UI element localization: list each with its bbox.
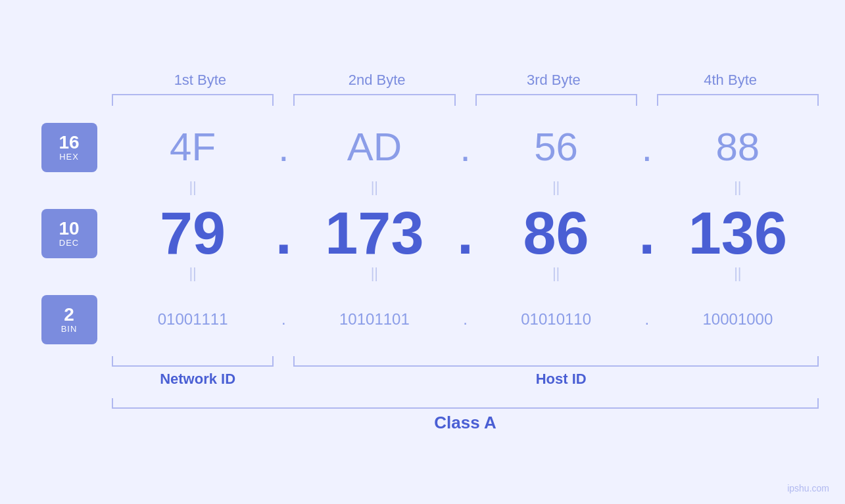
equals-hex-dec-1: || (112, 180, 274, 195)
dec-base-number: 10 (59, 219, 79, 238)
bin-byte2: 10101101 (293, 311, 455, 327)
bin-dot1: . (274, 310, 293, 329)
byte1-top-bracket (112, 94, 274, 106)
dec-byte4: 136 (657, 204, 819, 263)
hex-byte4: 88 (657, 127, 819, 167)
host-id-bracket-mid2 (475, 356, 637, 367)
equals-dec-bin-1: || (112, 266, 274, 281)
bin-byte1: 01001111 (112, 311, 274, 327)
byte3-header: 3rd Byte (466, 72, 642, 94)
dec-base-label: DEC (59, 238, 79, 248)
dec-dot1: . (274, 204, 293, 263)
hex-base-number: 16 (59, 133, 79, 152)
byte1-header: 1st Byte (112, 72, 289, 94)
byte2-header: 2nd Byte (289, 72, 466, 94)
hex-byte1: 4F (112, 127, 274, 167)
hex-badge: 16 HEX (41, 123, 97, 172)
equals-hex-dec-3: || (475, 180, 637, 195)
host-id-bracket-mid3 (637, 356, 657, 367)
bin-byte3: 01010110 (475, 311, 637, 327)
hex-dot2: . (456, 125, 475, 170)
hex-byte3: 56 (475, 127, 637, 167)
hex-base-label: HEX (59, 152, 79, 162)
host-id-bracket-start (293, 356, 455, 367)
byte3-top-bracket (475, 94, 637, 106)
bin-dot3: . (637, 310, 657, 329)
hex-dot1: . (274, 125, 293, 170)
hex-dot3: . (637, 125, 657, 170)
equals-dec-bin-4: || (657, 266, 819, 281)
byte4-header: 4th Byte (642, 72, 819, 94)
bin-dot2: . (456, 310, 475, 329)
equals-hex-dec-4: || (657, 180, 819, 195)
hex-byte2: AD (293, 127, 455, 167)
network-id-label: Network ID (112, 371, 283, 388)
host-id-bracket-mid1 (456, 356, 475, 367)
equals-hex-dec-2: || (293, 180, 455, 195)
bin-base-label: BIN (61, 324, 78, 334)
equals-dec-bin-2: || (293, 266, 455, 281)
host-id-bracket-end (657, 356, 819, 367)
watermark: ipshu.com (787, 483, 829, 493)
class-label: Class A (112, 413, 819, 433)
host-id-label: Host ID (303, 371, 819, 388)
dec-byte3: 86 (475, 204, 637, 263)
dec-badge: 10 DEC (41, 209, 97, 258)
class-bracket (112, 398, 819, 409)
byte2-top-bracket (293, 94, 455, 106)
bin-base-number: 2 (64, 306, 74, 324)
dec-byte1: 79 (112, 204, 274, 263)
network-id-bracket (112, 356, 274, 367)
bin-byte4: 10001000 (657, 311, 819, 327)
byte4-top-bracket (657, 94, 819, 106)
dec-dot3: . (637, 204, 657, 263)
bin-badge: 2 BIN (41, 295, 97, 344)
equals-dec-bin-3: || (475, 266, 637, 281)
dec-dot2: . (456, 204, 475, 263)
dec-byte2: 173 (293, 204, 455, 263)
